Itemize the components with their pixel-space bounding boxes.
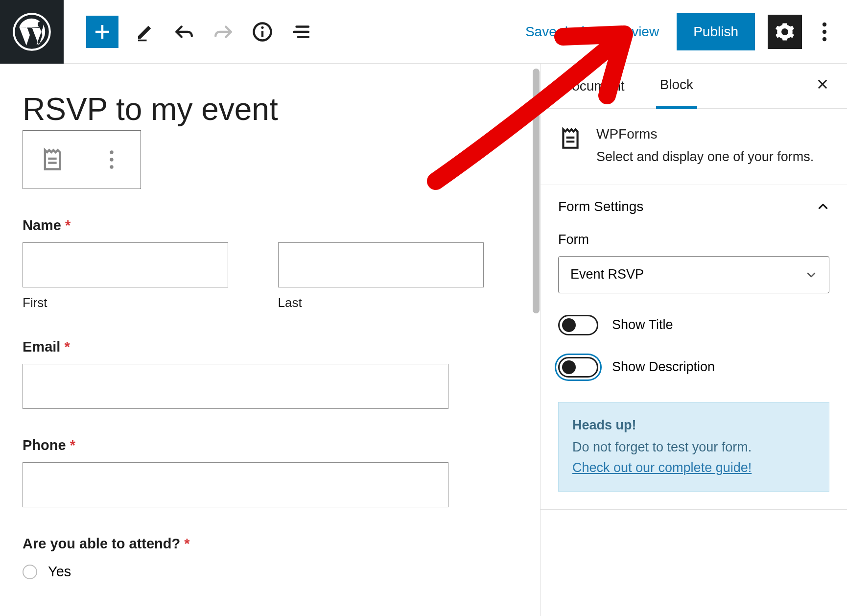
panel-title: Form Settings	[558, 199, 643, 214]
scrollbar[interactable]	[533, 69, 540, 313]
field-label: Name *	[23, 217, 518, 234]
wordpress-icon	[12, 12, 51, 51]
kebab-icon	[109, 150, 114, 169]
field-label: Phone *	[23, 437, 518, 453]
settings-button[interactable]	[768, 15, 802, 49]
settings-sidebar: Document Block WPForms Select and displa…	[540, 64, 847, 616]
kebab-icon	[822, 22, 827, 42]
draw-tool-button[interactable]	[132, 19, 158, 45]
block-description: Select and display one of your forms.	[596, 147, 814, 167]
block-more-button[interactable]	[82, 131, 141, 189]
add-block-button[interactable]	[86, 16, 118, 48]
info-button[interactable]	[250, 19, 275, 45]
notice-link[interactable]: Check out our complete guide!	[572, 460, 752, 475]
toggle-label: Show Title	[612, 317, 673, 332]
field-email: Email *	[23, 339, 518, 409]
toggle-description-switch[interactable]	[558, 357, 598, 378]
svg-point-8	[110, 165, 113, 168]
close-icon	[816, 77, 829, 91]
toggle-label: Show Description	[612, 359, 715, 375]
toggle-show-description: Show Description	[558, 357, 829, 378]
chevron-down-icon	[805, 269, 817, 281]
first-name-input[interactable]	[23, 242, 228, 287]
email-input[interactable]	[23, 364, 448, 409]
redo-button	[211, 19, 236, 45]
outline-button[interactable]	[289, 19, 314, 45]
radio-label: Yes	[48, 564, 71, 580]
sidebar-tabs: Document Block	[541, 64, 847, 109]
redo-icon	[213, 22, 234, 42]
form-icon	[40, 147, 65, 172]
svg-point-3	[823, 22, 826, 26]
block-header: WPForms Select and display one of your f…	[541, 109, 847, 185]
top-toolbar: Save draft Preview Publish	[0, 0, 847, 64]
svg-point-2	[261, 26, 263, 28]
form-select-label: Form	[558, 232, 829, 247]
first-sublabel: First	[23, 295, 262, 310]
pencil-icon	[135, 22, 155, 42]
notice-text: Do not forget to test your form.	[572, 440, 752, 454]
preview-button[interactable]: Preview	[606, 20, 664, 44]
panel-toggle[interactable]: Form Settings	[541, 185, 847, 228]
field-name: Name * First Last	[23, 217, 518, 310]
radio-option-yes[interactable]: Yes	[23, 564, 518, 580]
field-label: Email *	[23, 339, 518, 355]
toggle-title-switch[interactable]	[558, 315, 598, 335]
panel-form-settings: Form Settings Form Event RSVP Show Title…	[541, 185, 847, 510]
form-icon	[558, 126, 583, 151]
block-icon	[558, 126, 583, 151]
block-toolbar	[23, 130, 141, 189]
tab-block[interactable]: Block	[656, 63, 697, 109]
field-attend: Are you able to attend? * Yes	[23, 536, 518, 580]
svg-point-5	[823, 37, 826, 41]
form-select-value: Event RSVP	[570, 267, 644, 282]
last-sublabel: Last	[278, 295, 518, 310]
post-title[interactable]: RSVP to my event	[23, 91, 518, 127]
form-select[interactable]: Event RSVP	[558, 256, 829, 293]
publish-button[interactable]: Publish	[677, 13, 755, 50]
svg-point-4	[823, 29, 826, 33]
close-sidebar-button[interactable]	[816, 77, 829, 95]
notice-heading: Heads up!	[572, 415, 815, 436]
main-layout: RSVP to my event Name * First Last	[0, 64, 847, 616]
toolbar-left	[64, 16, 314, 48]
list-icon	[291, 22, 312, 42]
svg-point-7	[110, 158, 113, 161]
svg-point-6	[110, 150, 113, 154]
plus-icon	[92, 22, 113, 42]
chevron-up-icon	[817, 200, 829, 213]
block-title: WPForms	[596, 126, 814, 142]
more-options-button[interactable]	[815, 20, 834, 44]
field-phone: Phone *	[23, 437, 518, 507]
toggle-show-title: Show Title	[558, 315, 829, 335]
heads-up-notice: Heads up! Do not forget to test your for…	[558, 402, 829, 492]
toolbar-right: Save draft Preview Publish	[520, 13, 847, 50]
wordpress-logo[interactable]	[0, 0, 64, 64]
radio-icon	[23, 565, 37, 579]
editor-canvas: RSVP to my event Name * First Last	[0, 64, 540, 616]
undo-button[interactable]	[171, 19, 197, 45]
block-type-button[interactable]	[23, 131, 82, 189]
phone-input[interactable]	[23, 462, 448, 507]
last-name-input[interactable]	[278, 242, 484, 287]
save-draft-button[interactable]: Save draft	[520, 20, 593, 44]
gear-icon	[775, 22, 795, 42]
info-icon	[252, 22, 273, 42]
tab-document[interactable]: Document	[558, 65, 629, 108]
field-label: Are you able to attend? *	[23, 536, 518, 552]
undo-icon	[174, 22, 194, 42]
